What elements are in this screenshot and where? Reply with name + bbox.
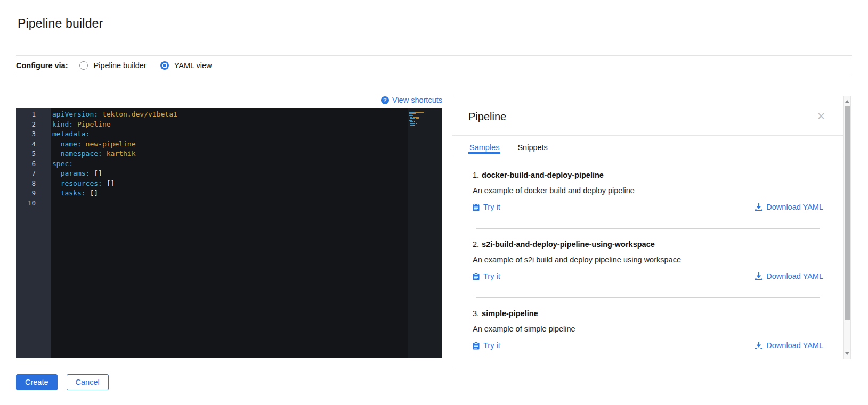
download-yaml-link[interactable]: Download YAML bbox=[755, 203, 823, 211]
code-line bbox=[52, 199, 408, 209]
line-number: 2 bbox=[16, 120, 36, 130]
code-line: params:[] bbox=[52, 169, 408, 179]
radio-label: Pipeline builder bbox=[93, 61, 146, 70]
configure-radio-option[interactable]: YAML view bbox=[160, 61, 212, 70]
line-number: 7 bbox=[16, 169, 36, 179]
samples-drawer-panel: Pipeline ✕ Samples Snippets 1.docker-bui… bbox=[452, 96, 843, 367]
line-number: 4 bbox=[16, 139, 36, 150]
sample-name: simple-pipeline bbox=[482, 309, 538, 318]
radio-icon[interactable] bbox=[79, 61, 88, 70]
radio-label: YAML view bbox=[174, 61, 212, 70]
form-actions: Create Cancel bbox=[16, 374, 868, 390]
paste-icon bbox=[473, 203, 480, 211]
pipeline-builder-page: Pipeline builder Configure via: Pipeline… bbox=[0, 0, 868, 390]
line-number: 5 bbox=[16, 149, 36, 159]
sample-title: 2.s2i-build-and-deploy-pipeline-using-wo… bbox=[473, 240, 823, 249]
sample-description: An example of simple pipeline bbox=[473, 325, 823, 333]
code-line: namespace:karthik bbox=[52, 149, 408, 159]
line-number: 9 bbox=[16, 188, 36, 199]
sample-description: An example of docker build and deploy pi… bbox=[473, 186, 823, 195]
yaml-editor[interactable]: 12345678910 apiVersion:tekton.dev/v1beta… bbox=[16, 108, 442, 358]
create-button[interactable]: Create bbox=[16, 374, 58, 390]
sample-name: s2i-build-and-deploy-pipeline-using-work… bbox=[482, 240, 655, 249]
tab-samples[interactable]: Samples bbox=[468, 136, 500, 154]
paste-icon bbox=[473, 272, 480, 280]
paste-icon bbox=[473, 342, 480, 350]
view-shortcuts-link[interactable]: ? View shortcuts bbox=[381, 96, 442, 104]
try-it-link[interactable]: Try it bbox=[473, 341, 500, 350]
code-line: name:new-pipeline bbox=[52, 139, 408, 150]
editor-gutter: 12345678910 bbox=[16, 108, 51, 358]
download-icon bbox=[755, 342, 762, 349]
scroll-up-arrow-icon[interactable] bbox=[845, 100, 849, 103]
code-line: kind:Pipeline bbox=[52, 120, 408, 130]
editor-minimap[interactable] bbox=[408, 108, 442, 358]
tab-label: Snippets bbox=[517, 143, 547, 152]
radio-icon[interactable] bbox=[160, 61, 169, 70]
editor-column: ? View shortcuts 12345678910 apiVersion:… bbox=[16, 96, 442, 358]
sample-links: Try it Download YAML bbox=[473, 203, 823, 211]
configure-radio-group: Pipeline builder YAML view bbox=[79, 61, 225, 70]
line-number: 8 bbox=[16, 179, 36, 189]
try-it-link[interactable]: Try it bbox=[473, 272, 500, 280]
try-it-label: Try it bbox=[483, 272, 500, 280]
line-number: 6 bbox=[16, 159, 36, 169]
cancel-button[interactable]: Cancel bbox=[67, 374, 109, 390]
try-it-link[interactable]: Try it bbox=[473, 203, 500, 211]
sample-name: docker-build-and-deploy-pipeline bbox=[482, 171, 604, 179]
panel-header: Pipeline ✕ bbox=[452, 96, 843, 123]
code-line: apiVersion:tekton.dev/v1beta1 bbox=[52, 110, 408, 120]
download-yaml-link[interactable]: Download YAML bbox=[755, 272, 823, 280]
line-number: 1 bbox=[16, 110, 36, 120]
download-yaml-label: Download YAML bbox=[766, 272, 823, 280]
sample-number: 3. bbox=[473, 309, 479, 318]
page-title: Pipeline builder bbox=[0, 0, 868, 31]
sample-item: 1.docker-build-and-deploy-pipeline An ex… bbox=[473, 171, 823, 228]
code-line: metadata: bbox=[52, 129, 408, 139]
sample-item: 3.simple-pipeline An example of simple p… bbox=[473, 298, 823, 367]
sample-title: 3.simple-pipeline bbox=[473, 309, 823, 318]
sample-number: 1. bbox=[473, 171, 479, 179]
tab-label: Samples bbox=[469, 143, 499, 152]
sample-description: An example of s2i build and deploy pipel… bbox=[473, 255, 823, 264]
scroll-down-arrow-icon[interactable] bbox=[845, 352, 849, 355]
editor-toolbar: ? View shortcuts bbox=[16, 96, 442, 108]
code-line: resources:[] bbox=[52, 179, 408, 189]
sample-links: Try it Download YAML bbox=[473, 341, 823, 350]
line-number: 3 bbox=[16, 129, 36, 139]
sample-links: Try it Download YAML bbox=[473, 272, 823, 280]
code-line: spec: bbox=[52, 159, 408, 169]
view-shortcuts-label: View shortcuts bbox=[392, 96, 442, 104]
samples-list: 1.docker-build-and-deploy-pipeline An ex… bbox=[452, 154, 843, 367]
download-icon bbox=[755, 272, 762, 280]
content-area: ? View shortcuts 12345678910 apiVersion:… bbox=[16, 96, 868, 367]
sample-number: 2. bbox=[473, 240, 479, 249]
editor-code-area[interactable]: apiVersion:tekton.dev/v1beta1kind:Pipeli… bbox=[51, 108, 408, 358]
sample-item: 2.s2i-build-and-deploy-pipeline-using-wo… bbox=[473, 229, 823, 297]
code-line: tasks:[] bbox=[52, 188, 408, 199]
try-it-label: Try it bbox=[483, 341, 500, 350]
scrollbar-thumb[interactable] bbox=[845, 106, 850, 320]
download-yaml-label: Download YAML bbox=[766, 341, 823, 350]
panel-title: Pipeline bbox=[468, 110, 506, 123]
download-icon bbox=[755, 203, 762, 211]
line-number: 10 bbox=[16, 199, 36, 209]
help-icon: ? bbox=[381, 96, 389, 104]
download-yaml-label: Download YAML bbox=[766, 203, 823, 211]
tab-snippets[interactable]: Snippets bbox=[516, 136, 548, 154]
sample-title: 1.docker-build-and-deploy-pipeline bbox=[473, 171, 823, 179]
panel-scrollbar[interactable] bbox=[843, 96, 851, 359]
download-yaml-link[interactable]: Download YAML bbox=[755, 341, 823, 350]
try-it-label: Try it bbox=[483, 203, 500, 211]
configure-radio-option[interactable]: Pipeline builder bbox=[79, 61, 146, 70]
panel-tabs: Samples Snippets bbox=[452, 136, 843, 154]
close-icon[interactable]: ✕ bbox=[816, 111, 826, 121]
configure-via-bar: Configure via: Pipeline builder YAML vie… bbox=[16, 55, 852, 75]
configure-via-label: Configure via: bbox=[16, 61, 68, 70]
